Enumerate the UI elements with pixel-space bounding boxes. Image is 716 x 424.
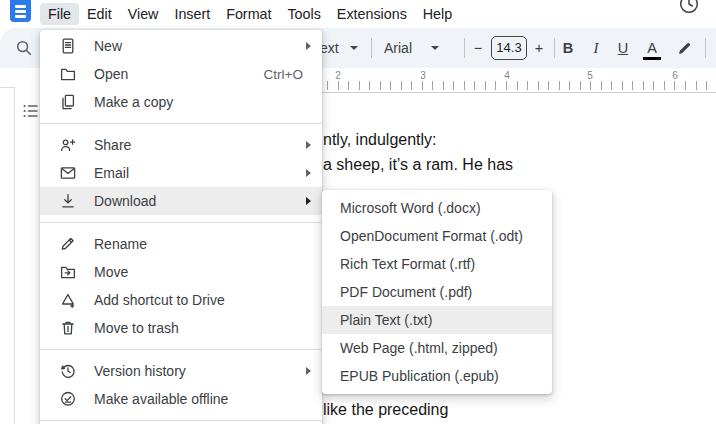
offline-check-icon <box>59 390 77 408</box>
menu-item-label: New <box>94 38 122 54</box>
page-boundary-line <box>0 87 15 88</box>
submenu-item-txt[interactable]: Plain Text (.txt) <box>322 306 552 334</box>
menu-item-label: Email <box>94 165 129 181</box>
chevron-down-icon <box>350 46 358 50</box>
menu-item-rename[interactable]: Rename <box>40 230 322 258</box>
keyboard-shortcut: Ctrl+O <box>264 67 322 82</box>
menu-tools[interactable]: Tools <box>279 3 328 25</box>
document-text-line[interactable]: ntly, indulgently: <box>323 131 437 149</box>
menu-item-email[interactable]: Email <box>40 159 322 187</box>
envelope-icon <box>59 164 77 182</box>
menu-item-move[interactable]: Move <box>40 258 322 286</box>
increase-font-size-button[interactable]: + <box>530 28 548 68</box>
submenu-item-epub[interactable]: EPUB Publication (.epub) <box>322 362 552 390</box>
submenu-item-odt[interactable]: OpenDocument Format (.odt) <box>322 222 552 250</box>
toolbar-divider <box>554 38 555 58</box>
menu-item-label: Make a copy <box>94 94 173 110</box>
ruler-number: 2 <box>329 70 347 81</box>
ruler-baseline <box>322 92 716 93</box>
italic-button[interactable]: I <box>587 28 605 68</box>
menu-separator <box>40 123 322 124</box>
menu-item-make-a-copy[interactable]: Make a copy <box>40 88 322 116</box>
font-family-dropdown[interactable]: Arial <box>384 28 412 68</box>
menu-item-share[interactable]: Share <box>40 131 322 159</box>
menu-item-label: Move <box>94 264 128 280</box>
version-history-clock-icon[interactable] <box>678 0 700 15</box>
menu-extensions[interactable]: Extensions <box>329 3 415 25</box>
submenu-arrow-icon <box>306 141 311 149</box>
menu-separator <box>40 349 322 350</box>
submenu-item-pdf[interactable]: PDF Document (.pdf) <box>322 278 552 306</box>
menu-file[interactable]: File <box>40 3 79 25</box>
menu-item-label: Add shortcut to Drive <box>94 292 225 308</box>
decrease-font-size-button[interactable]: − <box>469 28 487 68</box>
menu-item-label: Make available offline <box>94 391 228 407</box>
menu-item-label: Download <box>94 193 156 209</box>
menu-separator <box>40 222 322 223</box>
download-icon <box>59 192 77 210</box>
submenu-arrow-icon <box>306 367 311 375</box>
history-clock-icon <box>59 362 77 380</box>
menu-item-open[interactable]: Open Ctrl+O <box>40 60 322 88</box>
document-outline-icon[interactable] <box>23 103 39 119</box>
menu-item-new[interactable]: New <box>40 32 322 60</box>
docs-logo[interactable] <box>10 0 31 22</box>
menu-bar: File Edit View Insert Format Tools Exten… <box>40 3 460 27</box>
menu-item-label: Rename <box>94 236 147 252</box>
underline-button[interactable]: U <box>614 28 632 68</box>
menu-help[interactable]: Help <box>415 3 460 25</box>
pencil-icon <box>59 235 77 253</box>
menu-item-version-history[interactable]: Version history <box>40 357 322 385</box>
menu-item-download[interactable]: Download <box>40 187 322 215</box>
ruler-number: 6 <box>666 70 684 81</box>
bold-button[interactable]: B <box>559 28 577 68</box>
chevron-down-icon <box>431 46 439 50</box>
submenu-item-html-zipped[interactable]: Web Page (.html, zipped) <box>322 334 552 362</box>
top-bar: File Edit View Insert Format Tools Exten… <box>0 0 716 28</box>
menu-edit[interactable]: Edit <box>79 3 120 25</box>
drive-add-icon <box>59 291 77 309</box>
menu-item-label: Move to trash <box>94 320 179 336</box>
ruler-ticks <box>327 81 716 90</box>
submenu-arrow-icon <box>306 197 311 205</box>
folder-move-icon <box>59 263 77 281</box>
ruler-number: 5 <box>581 70 599 81</box>
paragraph-style-dropdown[interactable]: ext <box>320 28 339 68</box>
toolbar-divider <box>371 38 372 58</box>
font-size-input[interactable]: 14.3 <box>491 36 527 60</box>
submenu-item-docx[interactable]: Microsoft Word (.docx) <box>322 194 552 222</box>
menu-separator <box>40 420 322 421</box>
person-add-icon <box>59 136 77 154</box>
google-docs-window: File Edit View Insert Format Tools Exten… <box>0 0 716 424</box>
menu-item-label: Open <box>94 66 128 82</box>
menu-insert[interactable]: Insert <box>166 3 218 25</box>
download-submenu: Microsoft Word (.docx) OpenDocument Form… <box>322 190 552 394</box>
ruler-number: 3 <box>414 70 432 81</box>
menu-item-move-to-trash[interactable]: Move to trash <box>40 314 322 342</box>
copy-icon <box>59 93 77 111</box>
trash-icon <box>59 319 77 337</box>
highlight-color-icon[interactable] <box>676 39 694 57</box>
menu-item-label: Share <box>94 137 131 153</box>
submenu-item-rtf[interactable]: Rich Text Format (.rtf) <box>322 250 552 278</box>
menu-item-make-available-offline[interactable]: Make available offline <box>40 385 322 413</box>
submenu-arrow-icon <box>306 169 311 177</box>
file-menu-dropdown: New Open Ctrl+O Make a copy Share <box>40 30 322 424</box>
folder-icon <box>59 65 77 83</box>
menu-view[interactable]: View <box>120 3 167 25</box>
toolbar-divider <box>705 38 706 58</box>
page-boundary-line <box>14 87 15 424</box>
text-color-button[interactable]: A <box>643 28 661 68</box>
ruler-number: 4 <box>498 70 516 81</box>
document-text-line[interactable]: a sheep, it’s a ram. He has <box>323 156 513 174</box>
menu-item-add-shortcut-to-drive[interactable]: Add shortcut to Drive <box>40 286 322 314</box>
text-color-indicator <box>643 57 661 60</box>
menu-item-label: Version history <box>94 363 186 379</box>
new-document-icon <box>59 37 77 55</box>
search-icon[interactable] <box>15 39 33 57</box>
toolbar-divider <box>464 38 465 58</box>
menu-format[interactable]: Format <box>218 3 279 25</box>
document-text-line[interactable]: like the preceding <box>323 401 448 419</box>
submenu-arrow-icon <box>306 42 311 50</box>
